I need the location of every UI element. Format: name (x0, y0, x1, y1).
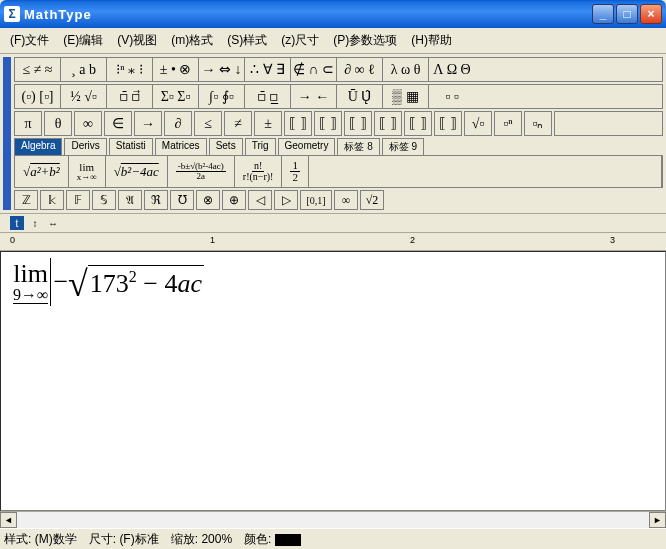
sym-pi[interactable]: π (14, 111, 42, 136)
horizontal-scrollbar[interactable]: ◄ ► (0, 511, 666, 528)
tab-statistics[interactable]: Statisti (109, 138, 153, 155)
menu-help[interactable]: (H)帮助 (405, 30, 458, 51)
palette-set[interactable]: ∉ ∩ ⊂ (291, 58, 337, 81)
minimize-button[interactable]: _ (592, 4, 614, 24)
sym-neq[interactable]: ≠ (224, 111, 252, 136)
title-bar: Σ MathType _ □ × (0, 0, 666, 28)
palette-misc[interactable]: ∂ ∞ ℓ (337, 58, 383, 81)
ruler-mark-0: 0 (10, 235, 15, 245)
menu-prefs[interactable]: (P)参数选项 (327, 30, 403, 51)
indicator-h[interactable]: ↔ (46, 216, 60, 230)
tab-derivs[interactable]: Derivs (64, 138, 106, 155)
palette-label-arrows[interactable]: → ← (291, 85, 337, 108)
sym-k[interactable]: 𝕜 (40, 190, 64, 210)
eq-minus: − (53, 267, 68, 297)
sym-f[interactable]: 𝔽 (66, 190, 90, 210)
tpl-parens[interactable]: ⟦ ⟧ (284, 111, 312, 136)
sym-otimes[interactable]: ⊗ (196, 190, 220, 210)
equation-editor[interactable]: lim 9→∞ − √ 1732 − 4ac (0, 251, 666, 511)
color-swatch[interactable] (275, 534, 301, 546)
menu-edit[interactable]: (E)编辑 (57, 30, 109, 51)
ruler-mark-1: 1 (210, 235, 215, 245)
tab-algebra[interactable]: Algebra (14, 138, 62, 155)
scroll-left-icon[interactable]: ◄ (0, 512, 17, 528)
tpl-slot3[interactable]: ⟦ ⟧ (404, 111, 432, 136)
tpl-one-half[interactable]: 12 (282, 156, 309, 187)
close-button[interactable]: × (640, 4, 662, 24)
palette-subs-sups[interactable]: ▫̄ ▫⃗ (107, 85, 153, 108)
palette-overbars[interactable]: ▫̄ ▫̲ (245, 85, 291, 108)
sym-inf2[interactable]: ∞ (334, 190, 358, 210)
indicator-bar: t ↕ ↔ (0, 214, 666, 233)
palette-fences[interactable]: (▫) [▫] (15, 85, 61, 108)
tpl-empty[interactable] (554, 111, 663, 136)
palette-relations[interactable]: ≤ ≠ ≈ (15, 58, 61, 81)
tpl-sqrt[interactable]: √▫ (464, 111, 492, 136)
palette-logic[interactable]: ∴ ∀ ∃ (245, 58, 291, 81)
sym-leq[interactable]: ≤ (194, 111, 222, 136)
ruler[interactable]: 0 1 2 3 (0, 233, 666, 251)
palette-embellish[interactable]: ⁝ⁿ ⁎ ⁝ (107, 58, 153, 81)
tpl-sqrt-b2-4ac[interactable]: √b²−4ac (106, 156, 168, 187)
sym-oplus[interactable]: ⊕ (222, 190, 246, 210)
sym-sqrt2[interactable]: √2 (360, 190, 384, 210)
menu-view[interactable]: (V)视图 (111, 30, 163, 51)
tab-9[interactable]: 标签 9 (382, 138, 424, 155)
tab-matrices[interactable]: Matrices (155, 138, 207, 155)
sym-pm[interactable]: ± (254, 111, 282, 136)
sym-re[interactable]: ℜ (144, 190, 168, 210)
palette-arrows[interactable]: → ⇔ ↓ (199, 58, 245, 81)
sym-infinity[interactable]: ∞ (74, 111, 102, 136)
menu-file[interactable]: (F)文件 (4, 30, 55, 51)
tab-8[interactable]: 标签 8 (337, 138, 379, 155)
indicator-text[interactable]: t (10, 216, 24, 230)
scroll-right-icon[interactable]: ► (649, 512, 666, 528)
palette-boxes[interactable]: ▫ ▫ (429, 85, 475, 108)
tpl-sqrt-a2b2[interactable]: √a²+b² (15, 156, 69, 187)
tpl-slot4[interactable]: ⟦ ⟧ (434, 111, 462, 136)
sym-interval[interactable]: [0,1] (300, 190, 332, 210)
eq-lim-sub: 9→∞ (13, 287, 48, 304)
tpl-empty-slot[interactable] (309, 156, 662, 187)
tpl-binomial[interactable]: n!r!(n−r)! (235, 156, 283, 187)
palette-spaces[interactable]: ¸ a b (61, 58, 107, 81)
palette-fractions[interactable]: ½ √▫ (61, 85, 107, 108)
palette-greek-lower[interactable]: λ ω θ (383, 58, 429, 81)
palette-products[interactable]: Ū Ų̂ (337, 85, 383, 108)
sym-z[interactable]: ℤ (14, 190, 38, 210)
palette-greek-upper[interactable]: Λ Ω Θ (429, 58, 475, 81)
indicator-v[interactable]: ↕ (28, 216, 42, 230)
palette-sums[interactable]: Σ▫ Σ▫ (153, 85, 199, 108)
sym-arrow[interactable]: → (134, 111, 162, 136)
sym-s[interactable]: 𝕊 (92, 190, 116, 210)
menu-size[interactable]: (z)尺寸 (275, 30, 325, 51)
menu-style[interactable]: (S)样式 (221, 30, 273, 51)
tpl-sup[interactable]: ▫ⁿ (494, 111, 522, 136)
tpl-brackets[interactable]: ⟦ ⟧ (314, 111, 342, 136)
palette-matrices[interactable]: ▒ ▦ (383, 85, 429, 108)
scroll-track[interactable] (17, 512, 649, 528)
sym-a[interactable]: 𝔄 (118, 190, 142, 210)
sym-triangle-right[interactable]: ▷ (274, 190, 298, 210)
tpl-quadratic[interactable]: -b±√(b²-4ac)2a (168, 156, 235, 187)
tpl-sub[interactable]: ▫ₙ (524, 111, 552, 136)
sym-mho[interactable]: ℧ (170, 190, 194, 210)
eq-lim: lim (13, 261, 48, 287)
sym-element[interactable]: ∈ (104, 111, 132, 136)
sym-theta[interactable]: θ (44, 111, 72, 136)
status-size: 尺寸: (F)标准 (89, 531, 159, 548)
tpl-slot2[interactable]: ⟦ ⟧ (374, 111, 402, 136)
palette-integrals[interactable]: ∫▫ ∮▫ (199, 85, 245, 108)
tab-trig[interactable]: Trig (245, 138, 276, 155)
palette-operators[interactable]: ± • ⊗ (153, 58, 199, 81)
sym-partial[interactable]: ∂ (164, 111, 192, 136)
sym-triangle-left[interactable]: ◁ (248, 190, 272, 210)
toolbar-grip[interactable] (3, 57, 11, 210)
tpl-slot1[interactable]: ⟦ ⟧ (344, 111, 372, 136)
ruler-mark-2: 2 (410, 235, 415, 245)
tab-sets[interactable]: Sets (209, 138, 243, 155)
menu-format[interactable]: (m)格式 (165, 30, 219, 51)
tpl-limit[interactable]: limx→∞ (69, 156, 106, 187)
maximize-button[interactable]: □ (616, 4, 638, 24)
tab-geometry[interactable]: Geometry (278, 138, 336, 155)
